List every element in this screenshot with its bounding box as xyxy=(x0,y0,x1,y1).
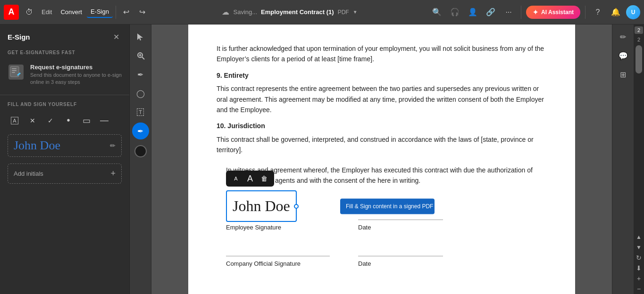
sig-tooltip: Fill & Sign content in a signed PDF can’… xyxy=(340,198,435,214)
sig-row-1: John Doe Fill & Sign content in a signed… xyxy=(226,190,547,233)
toolbar-divider-3 xyxy=(585,6,585,19)
refresh-btn[interactable]: ↻ xyxy=(634,253,644,263)
bell-btn[interactable]: 🔔 xyxy=(608,5,623,20)
right-comment-btn[interactable]: 💬 xyxy=(615,47,632,64)
cross-tool-btn[interactable]: ✕ xyxy=(25,114,40,128)
main-toolbar: A ⏱ Edit Convert E-Sign ↩ ↪ ☁ Saving... … xyxy=(0,0,644,24)
zoom-in-btn[interactable]: + xyxy=(634,273,644,284)
fill-tools-row: A ✕ ✓ • ▭ — xyxy=(0,111,129,131)
date1-label: Date xyxy=(358,223,443,233)
request-esignatures-card[interactable]: Request e-signatures Send this document … xyxy=(0,59,129,91)
doc-dropdown-arrow[interactable]: ▼ xyxy=(353,9,358,15)
employee-sig-label: Employee Signature xyxy=(226,223,330,233)
toolbar-center: ☁ Saving... Employment Contract (1) PDF … xyxy=(152,8,427,16)
esign-menu[interactable]: E-Sign xyxy=(87,6,113,18)
sidebar-divider xyxy=(0,95,129,95)
color-swatch[interactable] xyxy=(134,145,147,157)
scroll-controls: 2 2 ▲ ▼ ↻ ⬇ + − xyxy=(634,24,644,294)
zoom-icon xyxy=(136,51,145,60)
zoom-out-btn[interactable]: − xyxy=(634,284,644,294)
right-sidebar: ✏ 💬 ⊞ xyxy=(612,24,634,294)
rect-tool-btn[interactable]: ▭ xyxy=(79,114,93,128)
sig-font-large-btn[interactable]: A xyxy=(243,172,257,185)
section9-heading: 9. Entirety xyxy=(217,70,547,81)
cloud-icon: ☁ xyxy=(222,8,229,16)
undo-btn[interactable]: ↩ xyxy=(119,5,134,20)
download-btn[interactable]: ⬇ xyxy=(634,263,644,273)
svg-rect-3 xyxy=(12,72,15,73)
company-sig-col: Company Official Signature xyxy=(226,242,330,269)
company-sig-field[interactable] xyxy=(226,242,330,256)
ai-assistant-btn[interactable]: ✦ AI Assistant xyxy=(526,6,580,19)
sig-toolbar-container: A A 🗑 John Doe xyxy=(226,190,547,233)
help-btn[interactable]: ? xyxy=(590,5,605,20)
tools-strip: ✒ ◯ T ✒ xyxy=(130,24,151,294)
right-edit-btn[interactable]: ✏ xyxy=(615,28,632,45)
cursor-tool-btn[interactable] xyxy=(132,28,149,45)
sidebar-close-btn[interactable]: ✕ xyxy=(110,31,122,42)
headphone-btn[interactable]: 🎧 xyxy=(447,5,462,20)
more-btn[interactable]: ··· xyxy=(501,5,516,20)
undo-redo-group: ↩ ↪ xyxy=(119,5,150,20)
sig-resize-handle[interactable] xyxy=(294,204,299,209)
signature-card[interactable]: John Doe ✏ xyxy=(8,134,122,157)
account-btn[interactable]: 👤 xyxy=(465,5,480,20)
acrobat-logo: A xyxy=(4,5,19,20)
svg-marker-4 xyxy=(137,33,143,41)
pen-tool-btn[interactable]: ✒ xyxy=(132,66,149,83)
sig-toolbar: A A 🗑 xyxy=(226,171,274,187)
signature-area: In witness and agreement whereof, the Em… xyxy=(217,165,547,270)
add-initials-btn[interactable]: Add initials + xyxy=(8,163,122,184)
sig-row-2: Company Official Signature Date xyxy=(226,242,547,269)
section10-text: This contract shall be governed, interpr… xyxy=(217,134,547,155)
text-select-icon: T xyxy=(137,108,144,116)
document-page: It is further acknowledged that upon ter… xyxy=(188,24,575,294)
text-tool-btn[interactable]: A xyxy=(8,114,22,128)
edit-menu[interactable]: Edit xyxy=(38,7,56,17)
request-icon-img xyxy=(8,65,24,80)
toolbar-divider-2 xyxy=(521,6,521,19)
employee-sig-col: John Doe Fill & Sign content in a signed… xyxy=(226,190,330,233)
company-sig-label: Company Official Signature xyxy=(226,259,330,269)
scroll-down-btn[interactable]: ▼ xyxy=(634,242,644,253)
dot-tool-btn[interactable]: • xyxy=(61,114,75,128)
svg-rect-2 xyxy=(12,70,17,71)
scroll-up-btn[interactable]: ▲ xyxy=(634,232,644,242)
redo-btn[interactable]: ↪ xyxy=(135,5,150,20)
document-area: It is further acknowledged that upon ter… xyxy=(151,24,612,294)
zoom-tool-btn[interactable] xyxy=(132,47,149,64)
text-select-btn[interactable]: T xyxy=(132,104,149,121)
svg-rect-1 xyxy=(12,68,17,69)
employee-sig-value: John Doe xyxy=(233,197,290,214)
request-text: Request e-signatures Send this document … xyxy=(30,64,122,86)
sig-delete-btn[interactable]: 🗑 xyxy=(257,172,271,185)
user-avatar: U xyxy=(626,5,640,19)
request-esign-icon-svg xyxy=(9,65,23,79)
search-btn[interactable]: 🔍 xyxy=(429,5,444,20)
employee-sig-box[interactable]: John Doe xyxy=(226,190,297,222)
cursor-icon xyxy=(136,33,145,41)
history-btn[interactable]: ⏱ xyxy=(22,5,37,20)
check-tool-btn[interactable]: ✓ xyxy=(43,114,58,128)
sidebar-header: E-Sign ✕ xyxy=(0,24,129,47)
sig-font-small-btn[interactable]: A xyxy=(229,172,243,185)
saving-text: Saving... xyxy=(233,8,257,16)
right-grid-btn[interactable]: ⊞ xyxy=(615,66,632,83)
date2-label: Date xyxy=(358,259,443,269)
fill-sign-label: FILL AND SIGN YOURSELF xyxy=(0,99,129,111)
ai-assistant-label: AI Assistant xyxy=(541,9,574,16)
convert-menu[interactable]: Convert xyxy=(57,7,86,17)
scroll-track xyxy=(634,43,644,232)
esign-active-btn[interactable]: ✒ xyxy=(132,122,149,139)
scroll-thumb[interactable] xyxy=(636,45,642,74)
text-tool-icon: A xyxy=(11,117,18,124)
link-btn[interactable]: 🔗 xyxy=(483,5,498,20)
section10-heading: 10. Jurisdiction xyxy=(217,121,547,131)
line-tool-btn[interactable]: — xyxy=(97,114,111,128)
section9-text: This contract represents the entire agre… xyxy=(217,83,547,115)
date2-field[interactable] xyxy=(358,242,443,256)
stamp-tool-btn[interactable]: ◯ xyxy=(132,85,149,102)
esign-sidebar: E-Sign ✕ GET E-SIGNATURES FAST Request e… xyxy=(0,24,130,294)
witness-text: In witness and agreement whereof, the Em… xyxy=(226,165,547,186)
signature-edit-icon[interactable]: ✏ xyxy=(110,142,116,149)
